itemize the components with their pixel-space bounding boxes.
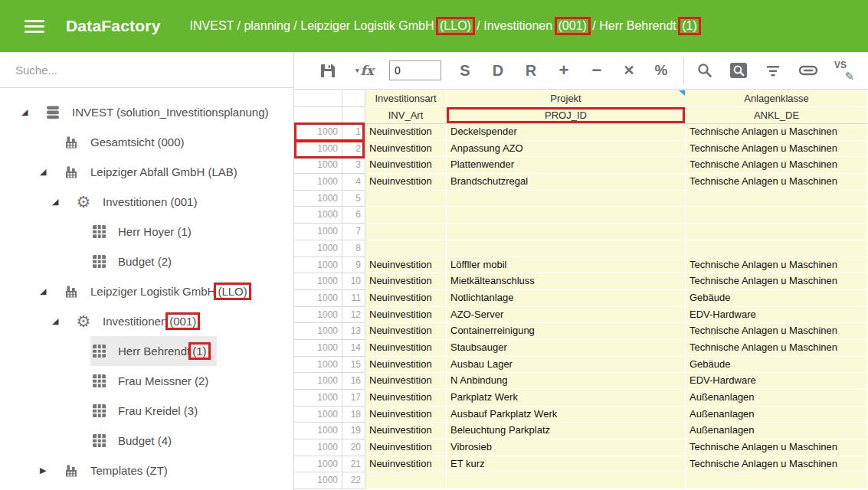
- cell-inv-art[interactable]: Neuinvestition: [365, 407, 447, 423]
- save-icon[interactable]: [314, 61, 342, 80]
- cell-ankl-de[interactable]: [686, 191, 868, 207]
- row-header-number[interactable]: 8: [342, 240, 365, 257]
- row-header-id[interactable]: 1000: [294, 157, 342, 174]
- collapse-arrow-icon[interactable]: ◢: [52, 197, 75, 207]
- row-header-number[interactable]: 12: [342, 307, 365, 324]
- row-header-id[interactable]: 1000: [294, 124, 342, 141]
- cell-inv-art[interactable]: Neuinvestition: [365, 307, 447, 324]
- remove-row-button[interactable]: −: [587, 60, 607, 80]
- cell-ankl-de[interactable]: EDV-Hardware: [686, 373, 868, 390]
- tree-item-templates-zt-[interactable]: ▶Templates (ZT): [0, 456, 293, 485]
- collapse-arrow-icon[interactable]: ◢: [52, 316, 75, 326]
- column-field-ankl_de[interactable]: ANKL_DE: [686, 107, 868, 124]
- cell-proj-id[interactable]: Deckelspender: [447, 124, 686, 141]
- cell-proj-id[interactable]: Mietkälteanschluss: [447, 273, 686, 290]
- cell-proj-id[interactable]: Beleuchtung Parkplatz: [447, 423, 686, 439]
- tree-item-leipziger-logistik-gmbh[interactable]: ◢Leipziger Logistik GmbH (LLO): [0, 276, 293, 306]
- row-header-number[interactable]: 14: [342, 340, 365, 357]
- tree-item-herr-behrendt[interactable]: Herr Behrendt (1): [0, 336, 293, 366]
- tree-item-frau-meissner-2-[interactable]: Frau Meissner (2): [0, 366, 293, 396]
- row-header-number[interactable]: 7: [342, 224, 365, 240]
- cell-proj-id[interactable]: N Anbindung: [447, 373, 686, 390]
- tree-item-investitionen[interactable]: ◢⚙Investitionen (001): [0, 306, 293, 336]
- cell-ankl-de[interactable]: Außenanlagen: [686, 407, 868, 423]
- cell-inv-art[interactable]: Neuinvestition: [365, 273, 447, 290]
- row-header-id[interactable]: 1000: [294, 390, 342, 407]
- cell-ankl-de[interactable]: Außenanlagen: [686, 390, 868, 407]
- cell-proj-id[interactable]: Löffller mobil: [447, 257, 686, 274]
- cell-proj-id[interactable]: Brandschutzregal: [447, 174, 686, 191]
- cell-proj-id[interactable]: [447, 224, 686, 240]
- tree-item-budget-4-[interactable]: Budget (4): [0, 426, 293, 456]
- cell-inv-art[interactable]: [365, 224, 447, 240]
- cell-ankl-de[interactable]: [686, 472, 868, 489]
- row-header-number[interactable]: 22: [342, 472, 365, 489]
- cell-inv-art[interactable]: Neuinvestition: [365, 157, 447, 174]
- tree-item-invest-solution-investitionsplanung-[interactable]: ◢INVEST (solution_Investitionsplanung): [0, 97, 293, 127]
- row-header-id[interactable]: 1000: [294, 439, 342, 456]
- cell-inv-art[interactable]: Neuinvestition: [365, 290, 447, 307]
- tree-item-gesamtsicht-000-[interactable]: Gesamtsicht (000): [0, 127, 293, 157]
- d-button[interactable]: D: [488, 62, 508, 80]
- row-header-number[interactable]: 6: [342, 207, 365, 224]
- row-header-number[interactable]: 5: [342, 191, 365, 207]
- search-in-selection-icon[interactable]: [727, 60, 750, 80]
- cell-proj-id[interactable]: Parkplatz Werk: [447, 390, 686, 407]
- collapse-arrow-icon[interactable]: ◢: [21, 107, 44, 117]
- collapse-arrow-icon[interactable]: ◢: [40, 286, 63, 296]
- cell-inv-art[interactable]: Neuinvestition: [365, 174, 447, 191]
- cell-proj-id[interactable]: Containerreinigung: [447, 323, 686, 340]
- row-header-id[interactable]: 1000: [294, 207, 342, 224]
- row-header-number[interactable]: 16: [342, 373, 365, 390]
- cell-proj-id[interactable]: Notlichtanlage: [447, 290, 686, 307]
- row-header-number[interactable]: 3: [342, 157, 365, 174]
- percent-button[interactable]: %: [651, 62, 671, 79]
- column-field-inv_art[interactable]: INV_Art: [365, 107, 447, 124]
- cell-proj-id[interactable]: AZO-Server: [447, 307, 686, 324]
- column-field-proj_id[interactable]: PROJ_ID: [447, 107, 686, 124]
- cell-proj-id[interactable]: Anpassung AZO: [447, 141, 686, 158]
- collapse-arrow-icon[interactable]: ◢: [40, 167, 63, 177]
- row-header-number[interactable]: 10: [342, 273, 365, 290]
- row-header-id[interactable]: 1000: [294, 224, 342, 240]
- row-header-id[interactable]: 1000: [294, 357, 342, 374]
- cell-ankl-de[interactable]: Technische Anlagen u Maschinen: [686, 157, 868, 174]
- cell-ankl-de[interactable]: Außenanlagen: [686, 423, 868, 439]
- tree-item-leipziger-abfall-gmbh-lab-[interactable]: ◢Leipziger Abfall GmbH (LAB): [0, 157, 293, 187]
- row-header-id[interactable]: 1000: [294, 290, 342, 307]
- row-header-number[interactable]: 20: [342, 439, 365, 456]
- cell-ankl-de[interactable]: Gebäude: [686, 357, 868, 374]
- cell-ankl-de[interactable]: Technische Anlagen u Maschinen: [686, 456, 868, 473]
- row-header-number[interactable]: 15: [342, 357, 365, 374]
- row-header-id[interactable]: 1000: [294, 240, 342, 257]
- cell-proj-id[interactable]: Staubsauger: [447, 340, 686, 357]
- row-header-number[interactable]: 4: [342, 174, 365, 191]
- cell-inv-art[interactable]: Neuinvestition: [365, 357, 447, 374]
- s-button[interactable]: S: [455, 62, 475, 80]
- row-header-id[interactable]: 1000: [294, 307, 342, 324]
- row-header-id[interactable]: 1000: [294, 174, 342, 191]
- cell-inv-art[interactable]: [365, 472, 447, 489]
- row-header-id[interactable]: 1000: [294, 407, 342, 423]
- row-header-id[interactable]: 1000: [294, 323, 342, 340]
- row-header-number[interactable]: 18: [342, 407, 365, 423]
- row-header-number[interactable]: 19: [342, 423, 365, 439]
- delete-button[interactable]: ✕: [619, 62, 639, 79]
- row-header-id[interactable]: 1000: [294, 373, 342, 390]
- cell-inv-art[interactable]: [365, 207, 447, 224]
- row-header-id[interactable]: 1000: [294, 141, 342, 158]
- cell-ankl-de[interactable]: Technische Anlagen u Maschinen: [686, 124, 868, 141]
- cell-inv-art[interactable]: [365, 240, 447, 257]
- cell-ankl-de[interactable]: Technische Anlagen u Maschinen: [686, 257, 868, 274]
- search-input[interactable]: [15, 64, 268, 77]
- cell-inv-art[interactable]: Neuinvestition: [365, 340, 447, 357]
- cell-proj-id[interactable]: ET kurz: [447, 456, 686, 473]
- cell-proj-id[interactable]: Ausbau Lager: [447, 357, 686, 374]
- cell-inv-art[interactable]: Neuinvestition: [365, 323, 447, 340]
- cell-ankl-de[interactable]: Technische Anlagen u Maschinen: [686, 323, 868, 340]
- row-header-id[interactable]: 1000: [294, 456, 342, 473]
- cell-proj-id[interactable]: [447, 207, 686, 224]
- expand-arrow-icon[interactable]: ▶: [40, 466, 63, 475]
- row-header-id[interactable]: 1000: [294, 340, 342, 357]
- cell-inv-art[interactable]: Neuinvestition: [365, 257, 447, 274]
